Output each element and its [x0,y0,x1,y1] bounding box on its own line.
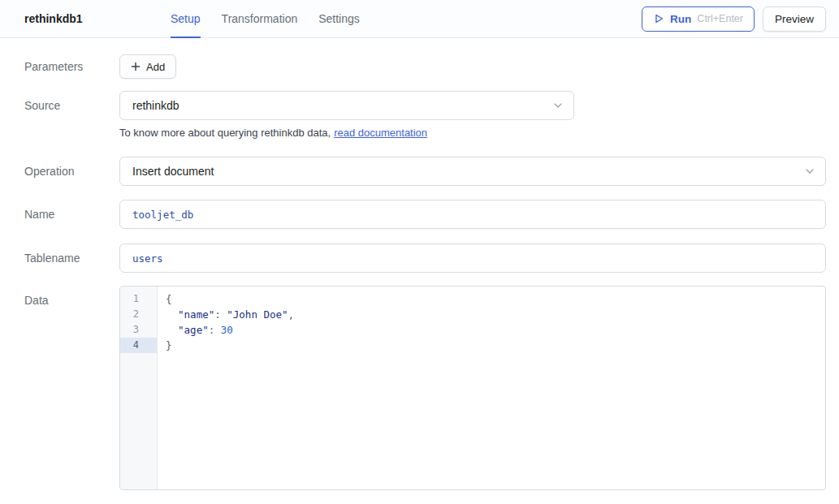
code-space [214,324,221,336]
editor-gutter: 1 2 3 4 [120,286,158,489]
code-line: } [166,338,817,353]
code-line: { [166,291,817,307]
run-button[interactable]: Run Ctrl+Enter [642,6,755,32]
tab-setup[interactable]: Setup [171,0,201,38]
chevron-down-icon [551,99,564,112]
source-select[interactable]: rethinkdb [119,91,574,120]
run-shortcut-hint: Ctrl+Enter [697,13,743,24]
code-line: "name": "John Doe", [166,307,817,322]
tablename-input[interactable] [119,243,826,273]
data-label: Data [24,286,119,490]
code-token: "John Doe" [227,308,288,321]
code-token: } [166,339,172,351]
tab-settings[interactable]: Settings [318,0,360,38]
editor-tabs: Setup Transformation Settings [171,0,360,38]
add-parameter-button[interactable]: Add [119,54,176,79]
operation-label: Operation [24,157,119,186]
tablename-label: Tablename [24,243,119,273]
operation-select[interactable]: Insert document [119,157,826,186]
code-line: "age": 30 [166,322,817,338]
code-token: , [288,308,295,321]
code-token: "name" [178,308,214,321]
operation-row: Operation Insert document [24,157,826,186]
editor-code-area[interactable]: { "name": "John Doe", "age": 30 } [158,286,825,489]
play-icon [653,13,664,24]
data-code-editor[interactable]: 1 2 3 4 { "name": "John Doe", "age": 30 … [119,286,826,490]
read-documentation-link[interactable]: read documentation [334,127,427,139]
preview-button[interactable]: Preview [763,6,826,32]
code-token: { [166,293,172,305]
chevron-down-icon [803,165,816,178]
source-select-value: rethinkdb [132,99,179,112]
operation-select-value: Insert document [132,165,214,178]
name-row: Name [24,200,826,229]
query-name: rethinkdb1 [24,12,171,25]
source-help-text: To know more about querying rethinkdb da… [119,127,826,139]
preview-button-label: Preview [775,13,814,25]
gutter-line-number: 2 [120,307,157,322]
source-row: Source rethinkdb To know more about quer… [24,91,826,139]
tablename-row: Tablename [24,243,826,273]
code-indent [166,324,178,336]
source-help-prefix: To know more about querying rethinkdb da… [119,127,331,139]
tab-transformation[interactable]: Transformation [222,0,298,38]
code-indent [166,308,178,321]
gutter-line-number-active: 4 [120,338,157,353]
tab-setup-label: Setup [171,12,201,25]
name-input[interactable] [119,200,826,229]
code-token: 30 [221,324,233,336]
gutter-line-number: 3 [120,322,157,338]
name-label: Name [24,200,119,229]
code-token: : [214,308,221,321]
header-actions: Run Ctrl+Enter Preview [642,6,826,32]
tab-transformation-label: Transformation [222,12,298,25]
data-row: Data 1 2 3 4 { "name": "John Doe", "age"… [24,286,826,490]
gutter-line-number: 1 [120,291,157,307]
tab-settings-label: Settings [318,12,360,25]
query-setup-form: Parameters Add Source rethinkdb To know … [0,38,839,490]
plus-icon [131,62,141,71]
query-editor-header: rethinkdb1 Setup Transformation Settings… [0,0,839,38]
source-label: Source [24,91,119,139]
add-parameter-label: Add [146,61,165,73]
parameters-label: Parameters [24,54,119,79]
parameters-row: Parameters Add [24,54,826,79]
run-button-label: Run [670,13,691,25]
code-token: "age" [178,324,209,336]
